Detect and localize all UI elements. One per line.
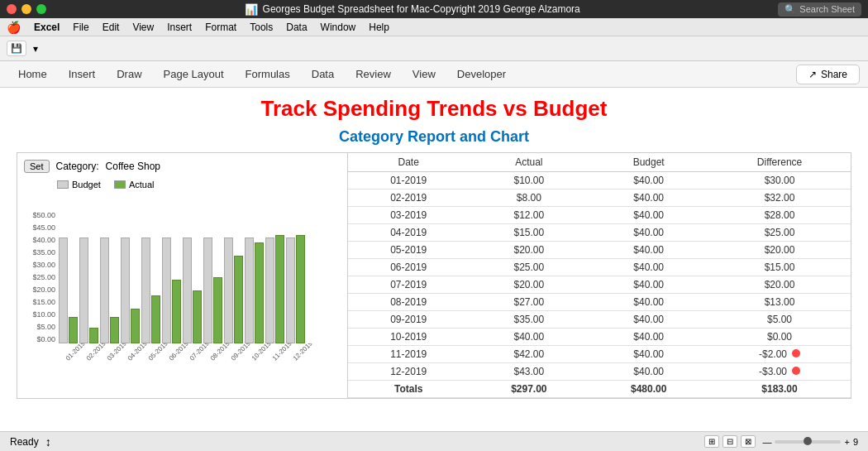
bar-actual: [131, 309, 140, 343]
cell-date: 03-2019: [348, 207, 469, 224]
table-row: 04-2019$15.00$40.00$25.00: [348, 224, 851, 242]
cell-budget: $40.00: [589, 346, 708, 363]
y-axis-label: $10.00: [32, 310, 55, 319]
menu-edit[interactable]: Edit: [103, 22, 120, 33]
cell-budget: $40.00: [589, 294, 708, 311]
cell-date: 02-2019: [348, 190, 469, 207]
menu-data[interactable]: Data: [286, 22, 307, 33]
close-button[interactable]: [7, 4, 17, 14]
cell-actual: $12.00: [469, 207, 589, 224]
menu-help[interactable]: Help: [369, 22, 389, 33]
bar-budget: [162, 237, 171, 343]
bar-actual: [255, 242, 264, 343]
report-body: Set Category: Coffee Shop Budget Actual: [17, 152, 851, 399]
tab-insert[interactable]: Insert: [59, 63, 106, 85]
tab-developer[interactable]: Developer: [447, 63, 516, 85]
col-budget: Budget: [589, 153, 708, 172]
bar-budget: [224, 237, 233, 343]
menu-insert[interactable]: Insert: [167, 22, 192, 33]
zoom-slider[interactable]: [775, 440, 841, 444]
tab-view[interactable]: View: [403, 63, 446, 85]
y-axis-label: $25.00: [32, 273, 55, 281]
legend-actual: Actual: [114, 180, 155, 190]
title-bar: 📊 Georges Budget Spreadsheet for Mac-Cop…: [0, 0, 868, 18]
cell-difference: $25.00: [708, 224, 851, 242]
zoom-slider-thumb: [804, 437, 812, 445]
bar-budget: [265, 237, 274, 343]
tab-home[interactable]: Home: [8, 63, 57, 85]
cell-difference: $28.00: [708, 207, 851, 224]
tab-data[interactable]: Data: [302, 63, 344, 85]
y-axis-label: $45.00: [32, 223, 55, 232]
cell-budget: $40.00: [589, 224, 708, 242]
cell-actual: $35.00: [469, 311, 589, 329]
excel-file-icon: 📊: [245, 3, 258, 16]
tab-formulas[interactable]: Formulas: [236, 63, 300, 85]
tab-draw[interactable]: Draw: [107, 63, 151, 85]
cell-budget: $40.00: [589, 172, 708, 190]
cell-date: 08-2019: [348, 294, 469, 311]
menu-tools[interactable]: Tools: [250, 22, 273, 33]
cell-difference: -$3.00: [708, 363, 851, 381]
bar-group: [79, 237, 98, 343]
zoom-plus[interactable]: +: [844, 437, 849, 447]
normal-view-button[interactable]: ⊞: [704, 435, 719, 448]
save-toolbar: 💾 ▾: [0, 36, 868, 61]
bars-container: [59, 211, 341, 343]
minimize-button[interactable]: [21, 4, 31, 14]
bar-group: [224, 237, 243, 343]
legend-actual-box: [114, 180, 126, 189]
status-right: ⊞ ⊟ ⊠ — + 9: [704, 435, 858, 448]
tab-page-layout[interactable]: Page Layout: [154, 63, 234, 85]
menu-view[interactable]: View: [132, 22, 154, 33]
menu-format[interactable]: Format: [205, 22, 236, 33]
legend-actual-label: Actual: [129, 180, 155, 190]
cell-difference: -$2.00: [708, 346, 851, 363]
ready-label: Ready: [10, 436, 39, 448]
tab-review[interactable]: Review: [346, 63, 401, 85]
zoom-minus[interactable]: —: [762, 437, 771, 447]
set-button[interactable]: Set: [24, 160, 50, 173]
bar-group: [265, 235, 284, 343]
cell-budget: $40.00: [589, 259, 708, 276]
page-layout-view-button[interactable]: ⊟: [723, 435, 737, 448]
chart-legend: Budget Actual: [57, 180, 341, 190]
menu-file[interactable]: File: [73, 22, 88, 33]
maximize-button[interactable]: [36, 4, 46, 14]
y-axis-label: $5.00: [36, 323, 55, 331]
share-button[interactable]: ↗ Share: [796, 65, 860, 84]
bar-actual: [89, 328, 98, 343]
col-difference: Difference: [708, 153, 851, 172]
cell-actual: $15.00: [469, 224, 589, 242]
app-name[interactable]: Excel: [34, 22, 60, 33]
page-break-view-button[interactable]: ⊠: [741, 435, 756, 448]
chart-area: $50.00$45.00$40.00$35.00$30.00$25.00$20.…: [24, 194, 341, 343]
bar-actual: [275, 235, 284, 343]
search-sheet-box[interactable]: 🔍 Search Sheet: [778, 2, 861, 17]
report-container: Category Report and Chart Set Category: …: [17, 128, 851, 399]
cell-difference: $5.00: [708, 311, 851, 329]
apple-menu[interactable]: 🍎: [7, 21, 21, 34]
table-row: 11-2019$42.00$40.00-$2.00: [348, 346, 851, 363]
totals-row: Totals$297.00$480.00$183.00: [348, 381, 851, 398]
legend-budget-label: Budget: [72, 180, 101, 190]
category-value: Coffee Shop: [106, 161, 161, 172]
bar-group: [203, 237, 222, 343]
bar-budget: [245, 237, 254, 343]
cell-date: 12-2019: [348, 363, 469, 381]
cell-date: 10-2019: [348, 329, 469, 346]
bar-group: [141, 237, 160, 343]
chart-panel: Set Category: Coffee Shop Budget Actual: [17, 153, 348, 398]
cell-budget: $40.00: [589, 207, 708, 224]
category-label: Category:: [56, 161, 99, 172]
menu-window[interactable]: Window: [321, 22, 356, 33]
cell-actual: $42.00: [469, 346, 589, 363]
zoom-controls: — + 9: [762, 437, 858, 447]
bar-budget: [286, 237, 295, 343]
save-button[interactable]: 💾: [7, 41, 26, 56]
table-row: 07-2019$20.00$40.00$20.00: [348, 276, 851, 294]
bar-group: [100, 237, 119, 343]
table-row: 01-2019$10.00$40.00$30.00: [348, 172, 851, 190]
bar-group: [59, 237, 78, 343]
zoom-level: 9: [853, 437, 858, 447]
